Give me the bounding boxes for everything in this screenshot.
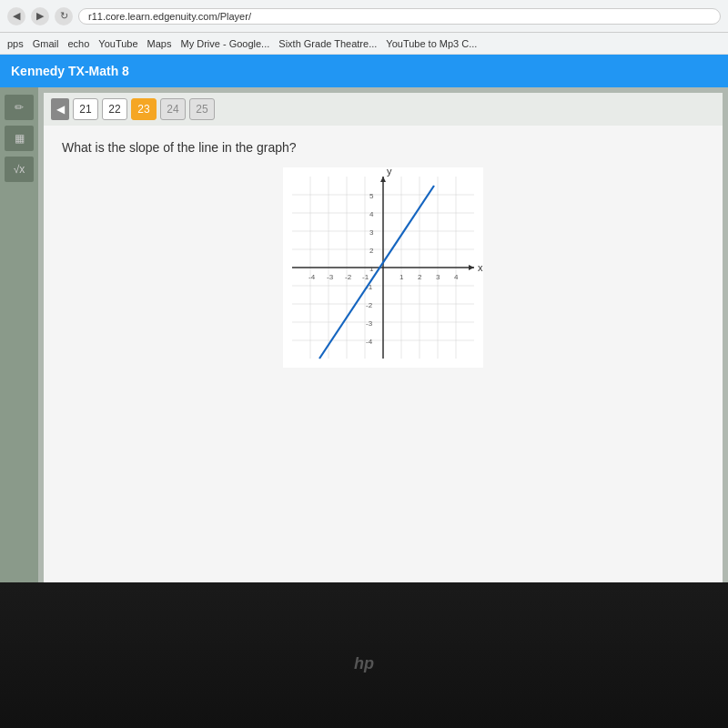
pencil-icon[interactable]: ✏ — [5, 95, 34, 120]
bookmarks-bar: pps Gmail echo YouTube Maps My Drive - G… — [0, 33, 728, 55]
browser-chrome: ◀ ▶ ↻ r11.core.learn.edgenuity.com/Playe… — [0, 0, 728, 33]
nav-arrow-back[interactable]: ◀ — [51, 98, 69, 120]
svg-text:4: 4 — [369, 210, 374, 218]
question-num-22[interactable]: 22 — [102, 98, 127, 120]
question-text: What is the slope of the line in the gra… — [62, 140, 704, 155]
svg-line-41 — [319, 186, 434, 359]
bookmark-theatre[interactable]: Sixth Grade Theatre... — [278, 38, 377, 49]
svg-marker-21 — [380, 177, 386, 182]
next-button[interactable]: Next — [643, 683, 708, 713]
svg-text:-1: -1 — [362, 273, 369, 281]
graph-svg: x y -4 -3 -2 -1 1 2 3 4 5 4 3 2 1 — [283, 167, 483, 368]
svg-text:2: 2 — [369, 247, 374, 255]
save-exit-button[interactable]: Save and Exit — [529, 683, 636, 713]
question-nav: ◀ 21 22 23 24 25 — [44, 93, 723, 126]
question-num-21[interactable]: 21 — [73, 98, 98, 120]
svg-text:y: y — [387, 167, 392, 177]
mark-return-link[interactable]: Mark this and return — [58, 693, 156, 705]
action-buttons: Save and Exit Next — [529, 683, 708, 713]
address-bar[interactable]: r11.core.learn.edgenuity.com/Player/ — [78, 8, 721, 25]
bookmark-drive[interactable]: My Drive - Google... — [180, 38, 269, 49]
svg-text:1: 1 — [399, 273, 404, 281]
svg-marker-20 — [469, 265, 474, 270]
bottom-bar: Mark this and return Save and Exit Next — [44, 673, 723, 723]
bookmark-maps[interactable]: Maps — [147, 38, 172, 49]
svg-text:2: 2 — [418, 273, 422, 281]
svg-text:3: 3 — [369, 228, 374, 237]
svg-text:x: x — [478, 262, 483, 273]
bookmark-youtube[interactable]: YouTube — [98, 38, 137, 49]
question-num-25[interactable]: 25 — [189, 98, 215, 120]
bookmark-gmail[interactable]: Gmail — [33, 38, 59, 49]
left-sidebar: ✏ ▦ √x — [0, 87, 38, 728]
bookmark-apps[interactable]: pps — [7, 38, 24, 49]
svg-text:5: 5 — [369, 192, 374, 200]
svg-text:-4: -4 — [366, 338, 373, 346]
svg-text:-4: -4 — [308, 273, 316, 281]
svg-text:-2: -2 — [345, 273, 352, 281]
svg-text:-3: -3 — [327, 273, 334, 281]
svg-text:3: 3 — [436, 273, 440, 281]
forward-button[interactable]: ▶ — [31, 7, 49, 25]
svg-text:1: 1 — [369, 265, 374, 273]
main-area: ✏ ▦ √x ◀ 21 22 23 24 25 What is the slop… — [0, 87, 728, 728]
bookmark-mp3[interactable]: YouTube to Mp3 C... — [386, 38, 477, 49]
back-button[interactable]: ◀ — [7, 7, 25, 25]
app-header: Kennedy TX-Math 8 — [0, 55, 728, 87]
svg-text:-3: -3 — [366, 319, 373, 328]
content-panel: ◀ 21 22 23 24 25 What is the slope of th… — [44, 93, 723, 723]
bookmark-echo[interactable]: echo — [67, 38, 89, 49]
sqrt-icon[interactable]: √x — [5, 157, 34, 182]
graph-container: x y -4 -3 -2 -1 1 2 3 4 5 4 3 2 1 — [62, 167, 704, 368]
question-num-23[interactable]: 23 — [131, 98, 157, 120]
svg-text:4: 4 — [454, 273, 459, 281]
calculator-icon[interactable]: ▦ — [5, 126, 34, 151]
app-title: Kennedy TX-Math 8 — [11, 64, 129, 78]
refresh-button[interactable]: ↻ — [55, 7, 73, 25]
question-area: What is the slope of the line in the gra… — [44, 126, 723, 673]
svg-text:-2: -2 — [366, 301, 373, 309]
question-num-24[interactable]: 24 — [160, 98, 186, 120]
